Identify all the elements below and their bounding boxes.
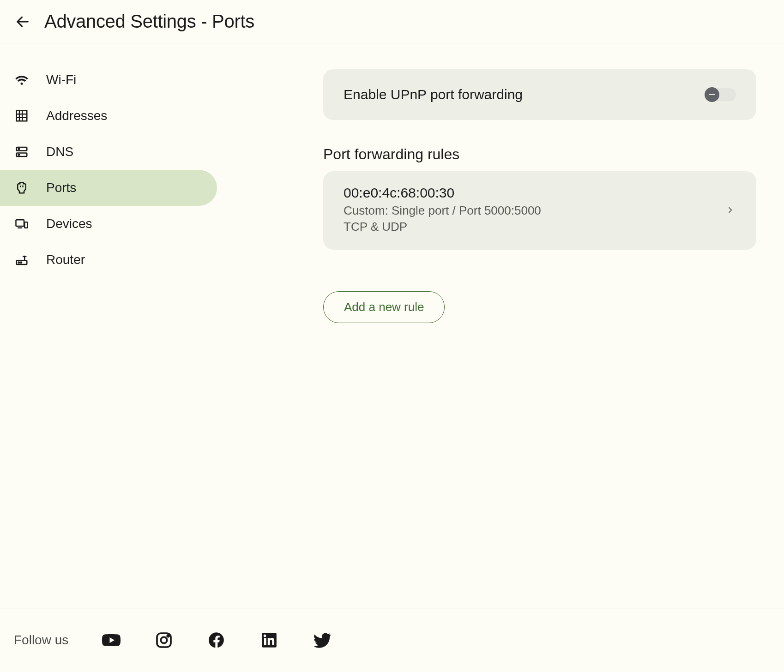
sidebar-item-label: Router bbox=[46, 252, 85, 267]
svg-point-8 bbox=[18, 154, 20, 156]
upnp-card: Enable UPnP port forwarding bbox=[323, 69, 756, 120]
toggle-knob-icon bbox=[705, 87, 719, 102]
instagram-link[interactable] bbox=[154, 630, 174, 650]
rule-subtitle: Custom: Single port / Port 5000:5000 bbox=[344, 203, 541, 219]
sidebar-item-devices[interactable]: Devices bbox=[0, 206, 217, 242]
sidebar-item-label: DNS bbox=[46, 144, 73, 159]
footer: Follow us bbox=[0, 608, 784, 672]
svg-point-16 bbox=[21, 262, 22, 263]
add-rule-button[interactable]: Add a new rule bbox=[323, 291, 445, 323]
upnp-label: Enable UPnP port forwarding bbox=[344, 87, 523, 102]
rule-protocol: TCP & UDP bbox=[344, 219, 541, 235]
sidebar-item-label: Addresses bbox=[46, 108, 107, 123]
svg-point-15 bbox=[18, 262, 20, 263]
svg-point-18 bbox=[161, 637, 167, 643]
dns-icon bbox=[14, 144, 30, 160]
devices-icon bbox=[14, 216, 30, 232]
svg-point-19 bbox=[167, 635, 169, 637]
instagram-icon bbox=[155, 631, 173, 649]
sidebar-item-label: Devices bbox=[46, 216, 92, 231]
rule-text-block: 00:e0:4c:68:00:30 Custom: Single port / … bbox=[344, 185, 541, 235]
ports-icon bbox=[14, 180, 30, 196]
sidebar-item-label: Ports bbox=[46, 180, 76, 195]
linkedin-icon bbox=[260, 631, 278, 649]
sidebar-item-addresses[interactable]: Addresses bbox=[0, 98, 217, 134]
rules-heading: Port forwarding rules bbox=[323, 146, 756, 163]
youtube-link[interactable] bbox=[102, 630, 121, 650]
sidebar-item-wifi[interactable]: Wi-Fi bbox=[0, 62, 217, 98]
back-button[interactable] bbox=[15, 14, 30, 30]
svg-point-7 bbox=[18, 149, 20, 150]
twitter-icon bbox=[312, 630, 332, 650]
main-content: Enable UPnP port forwarding Port forward… bbox=[222, 43, 784, 323]
sidebar-item-ports[interactable]: Ports bbox=[0, 170, 217, 206]
addresses-icon bbox=[14, 108, 30, 124]
sidebar: Wi-Fi Addresses DNS Ports Devices bbox=[0, 43, 222, 323]
sidebar-item-dns[interactable]: DNS bbox=[0, 134, 217, 170]
upnp-toggle[interactable] bbox=[706, 88, 736, 101]
svg-rect-12 bbox=[24, 222, 27, 228]
header: Advanced Settings - Ports bbox=[0, 0, 784, 43]
sidebar-item-router[interactable]: Router bbox=[0, 242, 217, 278]
facebook-link[interactable] bbox=[207, 630, 226, 650]
wifi-icon bbox=[14, 72, 30, 88]
twitter-link[interactable] bbox=[312, 630, 332, 650]
chevron-right-icon bbox=[724, 204, 736, 216]
youtube-icon bbox=[102, 630, 121, 650]
follow-us-label: Follow us bbox=[14, 633, 68, 648]
port-rule-item[interactable]: 00:e0:4c:68:00:30 Custom: Single port / … bbox=[323, 171, 756, 250]
facebook-icon bbox=[207, 631, 226, 649]
svg-rect-11 bbox=[16, 220, 24, 226]
sidebar-item-label: Wi-Fi bbox=[46, 72, 76, 87]
page-title: Advanced Settings - Ports bbox=[44, 11, 254, 32]
linkedin-link[interactable] bbox=[259, 630, 279, 650]
rule-title: 00:e0:4c:68:00:30 bbox=[344, 185, 541, 201]
arrow-left-icon bbox=[15, 14, 30, 30]
router-icon bbox=[14, 252, 30, 268]
